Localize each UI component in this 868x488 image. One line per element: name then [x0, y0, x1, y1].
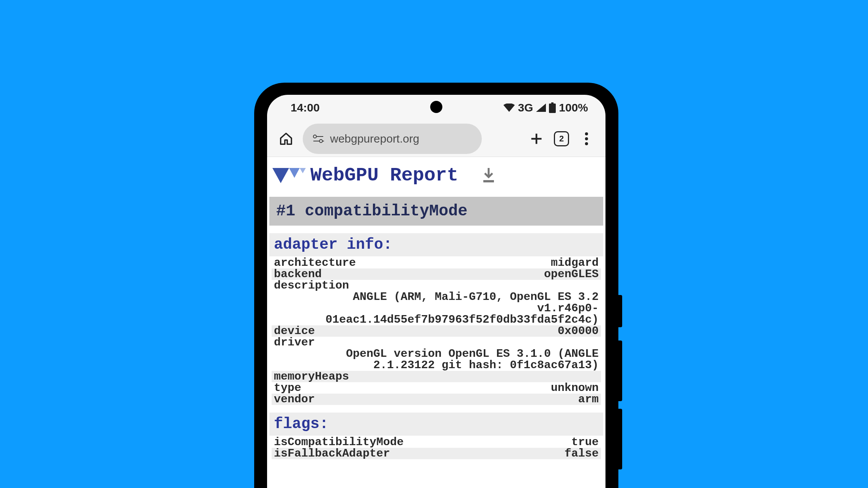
camera-hole — [430, 101, 442, 113]
status-indicators: 3G 100% — [503, 101, 588, 114]
tabs-button[interactable]: 2 — [553, 130, 570, 147]
adapter-info-header: adapter info: — [269, 233, 603, 256]
site-settings-icon — [313, 134, 325, 143]
phone-power-button — [618, 295, 622, 327]
key-driver: driver — [274, 337, 599, 348]
row-vendor: vendor arm — [272, 394, 601, 405]
val-type: unknown — [551, 382, 599, 394]
webgpu-logo-icon — [272, 166, 306, 185]
key-isfallbackadapter: isFallbackAdapter — [274, 448, 390, 459]
val-architecture: midgard — [551, 257, 599, 268]
network-label: 3G — [518, 101, 533, 114]
row-description: description ANGLE (ARM, Mali-G710, OpenG… — [272, 280, 601, 325]
signal-icon — [536, 104, 546, 112]
section-header-compatibility: #1 compatibilityMode — [269, 197, 603, 226]
tab-count: 2 — [559, 134, 564, 144]
phone-volume-down-button — [618, 409, 622, 469]
key-device: device — [274, 325, 315, 337]
row-iscompatibilitymode: isCompatibilityMode true — [272, 436, 601, 448]
svg-point-9 — [585, 132, 588, 135]
svg-rect-12 — [483, 180, 494, 182]
status-time: 14:00 — [291, 101, 320, 114]
row-backend: backend openGLES — [272, 268, 601, 280]
val-iscompatibilitymode: true — [571, 436, 599, 448]
key-architecture: architecture — [274, 257, 356, 268]
phone-frame: 14:00 3G 100% webgpureport.org — [254, 83, 618, 488]
plus-icon — [530, 132, 543, 146]
row-isfallbackadapter: isFallbackAdapter false — [272, 448, 601, 459]
val-device: 0x0000 — [558, 325, 599, 337]
page-content: WebGPU Report #1 compatibilityMode adapt… — [267, 157, 605, 488]
svg-point-4 — [319, 140, 322, 143]
key-iscompatibilitymode: isCompatibilityMode — [274, 436, 404, 448]
download-icon — [482, 168, 495, 183]
svg-rect-0 — [551, 102, 554, 104]
download-button[interactable] — [481, 168, 496, 183]
val-vendor: arm — [578, 394, 599, 405]
svg-point-10 — [585, 137, 588, 140]
phone-screen: 14:00 3G 100% webgpureport.org — [267, 95, 605, 488]
key-description: description — [274, 280, 599, 291]
row-device: device 0x0000 — [272, 325, 601, 337]
flags-header: flags: — [269, 413, 603, 436]
row-architecture: architecture midgard — [272, 257, 601, 268]
new-tab-button[interactable] — [528, 130, 545, 147]
val-description: ANGLE (ARM, Mali-G710, OpenGL ES 3.2 v1.… — [274, 291, 599, 325]
val-driver: OpenGL version OpenGL ES 3.1.0 (ANGLE 2.… — [274, 348, 599, 371]
row-type: type unknown — [272, 382, 601, 394]
battery-label: 100% — [559, 101, 588, 114]
home-icon — [279, 132, 293, 146]
tab-count-box: 2 — [554, 131, 569, 146]
val-backend: openGLES — [544, 268, 599, 280]
svg-rect-1 — [549, 104, 556, 113]
menu-button[interactable] — [578, 130, 595, 147]
page-title: WebGPU Report — [310, 165, 458, 186]
key-vendor: vendor — [274, 394, 315, 405]
key-backend: backend — [274, 268, 322, 280]
phone-volume-up-button — [618, 341, 622, 401]
val-isfallbackadapter: false — [565, 448, 599, 459]
row-memoryheaps: memoryHeaps — [272, 371, 601, 382]
page-header: WebGPU Report — [267, 157, 605, 197]
svg-point-2 — [313, 135, 316, 138]
wifi-icon — [503, 104, 515, 112]
browser-toolbar: webgpureport.org 2 — [267, 121, 605, 157]
home-button[interactable] — [278, 130, 294, 147]
key-type: type — [274, 382, 301, 394]
address-bar[interactable]: webgpureport.org — [303, 124, 482, 154]
svg-point-11 — [585, 142, 588, 145]
kebab-icon — [585, 132, 588, 146]
url-text: webgpureport.org — [330, 132, 419, 145]
key-memoryheaps: memoryHeaps — [274, 371, 349, 382]
battery-icon — [549, 102, 556, 113]
row-driver: driver OpenGL version OpenGL ES 3.1.0 (A… — [272, 337, 601, 371]
